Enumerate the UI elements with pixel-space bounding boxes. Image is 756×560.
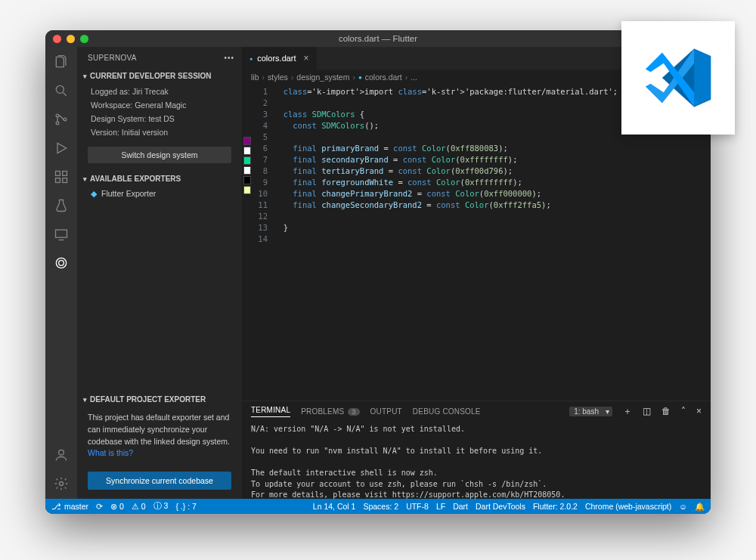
chevron-down-icon: ▾ — [83, 175, 87, 183]
section-default-exporter[interactable]: ▾ DEFAULT PROJECT EXPORTER — [77, 391, 242, 407]
dart-file-icon: ● — [249, 56, 253, 61]
status-braces[interactable]: { .} : 7 — [175, 502, 196, 511]
svg-rect-8 — [56, 230, 67, 237]
source-control-icon[interactable] — [52, 110, 70, 128]
dart-file-icon: ● — [358, 74, 362, 81]
split-terminal-icon[interactable]: ◫ — [643, 406, 651, 416]
status-language[interactable]: Dart — [453, 502, 468, 511]
flutter-icon: ◆ — [91, 189, 97, 198]
status-branch-label: master — [64, 502, 88, 511]
explorer-icon[interactable] — [52, 53, 70, 71]
line-number-gutter: 1234567891011121314 — [251, 85, 274, 401]
terminal-selector-label: 1: bash — [574, 407, 599, 416]
svg-point-0 — [56, 85, 64, 93]
section-available-exporters[interactable]: ▾ AVAILABLE EXPORTERS — [77, 171, 242, 187]
section-label: AVAILABLE EXPORTERS — [90, 175, 181, 183]
traffic-lights — [53, 35, 88, 43]
terminal-selector[interactable]: 1: bash ▾ — [569, 407, 612, 416]
status-spaces[interactable]: Spaces: 2 — [363, 502, 398, 511]
vscode-logo-icon — [642, 42, 714, 114]
terminal-output[interactable]: N/A: version "N/A -> N/A" is not yet ins… — [242, 421, 711, 499]
sidebar: SUPERNOVA ••• ▾ CURRENT DEVELOPER SESSIO… — [77, 47, 242, 499]
session-info: Logged as: Jiri Trecak Workspace: Genera… — [77, 84, 242, 144]
chevron-down-icon: ▾ — [83, 396, 87, 404]
kill-terminal-icon[interactable]: 🗑 — [662, 406, 671, 416]
maximize-window-button[interactable] — [80, 35, 88, 43]
vscode-logo-overlay — [621, 21, 735, 135]
status-eol[interactable]: LF — [436, 502, 445, 511]
color-swatch-gutter — [242, 85, 251, 401]
synchronize-codebase-button[interactable]: Synchronize current codebase — [88, 472, 231, 490]
minimize-window-button[interactable] — [67, 35, 75, 43]
default-exporter-text: This project has default exporter set an… — [77, 407, 242, 467]
chevron-down-icon: ▾ — [83, 73, 87, 80]
switch-design-system-button[interactable]: Switch design system — [88, 147, 231, 163]
search-icon[interactable] — [52, 82, 70, 100]
chevron-down-icon: ▾ — [606, 407, 609, 416]
exporter-label: Flutter Exporter — [101, 189, 156, 198]
section-label: DEFAULT PROJECT EXPORTER — [90, 395, 206, 404]
svg-point-10 — [56, 258, 66, 268]
status-info[interactable]: ⓘ 3 — [153, 501, 169, 512]
svg-point-2 — [56, 122, 59, 125]
status-feedback-icon[interactable]: ☺ — [679, 502, 687, 511]
status-sync[interactable]: ⟳ — [96, 502, 103, 511]
bottom-panel: TERMINAL PROBLEMS 3 OUTPUT DEBUG CONSOLE… — [242, 401, 711, 499]
sidebar-header: SUPERNOVA ••• — [77, 47, 242, 68]
svg-point-9 — [59, 261, 64, 266]
breadcrumb-item[interactable]: styles — [268, 73, 288, 82]
status-bell-icon[interactable]: 🔔 — [695, 502, 705, 512]
breadcrumb-item[interactable]: ... — [411, 73, 417, 82]
breadcrumb-item[interactable]: lib — [251, 73, 259, 82]
status-device[interactable]: Chrome (web-javascript) — [585, 502, 671, 511]
accounts-icon[interactable] — [52, 446, 70, 464]
session-design-system: Design System: test DS — [91, 113, 228, 126]
exporter-item-flutter[interactable]: ◆ Flutter Exporter — [77, 187, 242, 200]
status-flutter[interactable]: Flutter: 2.0.2 — [533, 502, 578, 511]
status-bar: ⎇ master ⟳ ⊗ 0 ⚠ 0 ⓘ 3 { .} : 7 Ln 14, C… — [45, 499, 711, 514]
close-panel-icon[interactable]: × — [696, 406, 702, 416]
vscode-window: colors.dart — Flutter — [45, 30, 711, 514]
svg-rect-7 — [63, 172, 67, 176]
status-devtools[interactable]: Dart DevTools — [476, 502, 525, 511]
more-icon[interactable]: ••• — [224, 54, 234, 62]
remote-icon[interactable] — [52, 225, 70, 243]
default-exporter-desc: This project has default exporter set an… — [88, 413, 230, 446]
what-is-this-link[interactable]: What is this? — [88, 448, 133, 457]
status-errors[interactable]: ⊗ 0 — [110, 502, 124, 511]
svg-point-1 — [56, 114, 59, 117]
panel-tab-output[interactable]: OUTPUT — [370, 407, 402, 416]
status-cursor[interactable]: Ln 14, Col 1 — [313, 502, 356, 511]
new-terminal-icon[interactable]: ＋ — [623, 405, 632, 418]
svg-rect-6 — [63, 178, 67, 183]
svg-rect-5 — [56, 178, 60, 183]
extensions-icon[interactable] — [52, 168, 70, 186]
testing-icon[interactable] — [52, 196, 70, 215]
panel-tab-problems[interactable]: PROBLEMS 3 — [301, 407, 359, 416]
git-branch-icon: ⎇ — [51, 502, 61, 511]
svg-point-12 — [60, 482, 64, 486]
tab-label: colors.dart — [257, 54, 296, 63]
settings-gear-icon[interactable] — [52, 475, 70, 493]
session-workspace: Workspace: General Magic — [91, 99, 228, 113]
panel-tab-terminal[interactable]: TERMINAL — [251, 406, 290, 417]
panel-tab-debug[interactable]: DEBUG CONSOLE — [413, 407, 481, 416]
session-logged-as: Logged as: Jiri Trecak — [91, 85, 228, 99]
breadcrumb-item[interactable]: design_system — [296, 73, 349, 82]
tab-colors-dart[interactable]: ● colors.dart × — [242, 47, 318, 70]
maximize-panel-icon[interactable]: ˄ — [681, 406, 686, 416]
activity-bar — [45, 47, 77, 499]
svg-point-11 — [59, 450, 64, 455]
section-developer-session[interactable]: ▾ CURRENT DEVELOPER SESSION — [77, 68, 242, 84]
supernova-icon[interactable] — [52, 254, 70, 272]
run-debug-icon[interactable] — [52, 139, 70, 157]
status-branch[interactable]: ⎇ master — [51, 502, 88, 511]
window-title: colors.dart — Flutter — [45, 34, 711, 43]
status-warnings[interactable]: ⚠ 0 — [132, 502, 146, 511]
breadcrumb-item[interactable]: colors.dart — [365, 73, 402, 82]
close-window-button[interactable] — [53, 35, 61, 43]
status-encoding[interactable]: UTF-8 — [406, 502, 429, 511]
session-version: Version: Initial version — [91, 126, 228, 140]
panel-tabs: TERMINAL PROBLEMS 3 OUTPUT DEBUG CONSOLE… — [242, 401, 711, 421]
tab-close-icon[interactable]: × — [304, 53, 309, 63]
